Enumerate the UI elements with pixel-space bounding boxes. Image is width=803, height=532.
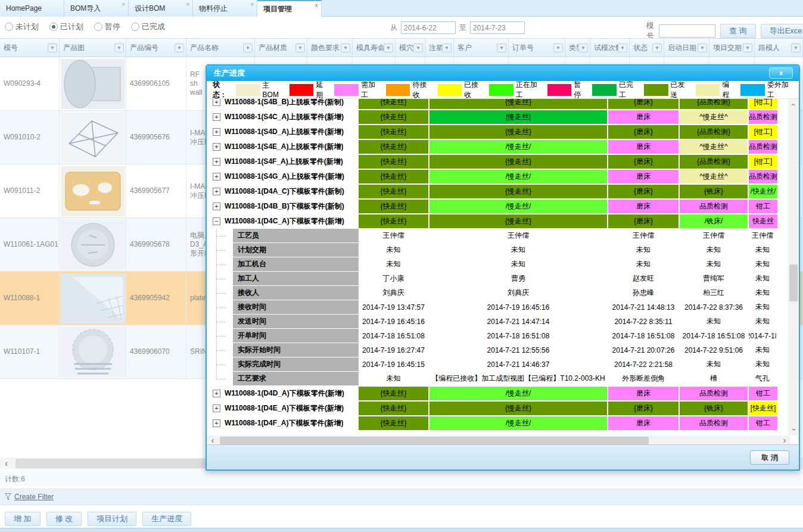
column-filter-icon[interactable]: ▼ bbox=[578, 43, 588, 52]
process-cell[interactable]: {磨床} bbox=[608, 185, 678, 198]
expand-icon[interactable]: + bbox=[213, 99, 220, 106]
tree-row[interactable]: +W110088-1(S4B_B)上脱板零件(新制){快走丝}{慢走丝}{磨床}… bbox=[209, 99, 777, 110]
process-cell[interactable]: /快走丝/ bbox=[749, 185, 777, 198]
process-cell[interactable]: {品质检测} bbox=[680, 125, 748, 139]
close-icon[interactable]: x bbox=[769, 67, 793, 79]
process-cell[interactable]: {慢走丝} bbox=[429, 214, 607, 228]
expand-icon[interactable]: + bbox=[213, 188, 220, 195]
column-filter-icon[interactable]: ▼ bbox=[114, 43, 124, 52]
process-cell[interactable]: 磨床 bbox=[608, 387, 678, 400]
process-cell[interactable]: {快走丝} bbox=[359, 214, 428, 228]
process-cell[interactable]: {磨床} bbox=[608, 402, 678, 415]
column-filter-icon[interactable]: ▼ bbox=[413, 43, 423, 52]
process-cell[interactable]: 品质检测 bbox=[680, 200, 748, 213]
scrollbar-thumb[interactable] bbox=[220, 437, 649, 444]
create-filter-link[interactable]: Create Filter bbox=[14, 493, 54, 501]
radio-circle-icon[interactable] bbox=[131, 23, 139, 31]
tab-设计BOM[interactable]: 设计BOM× bbox=[129, 0, 193, 17]
action-button-生产进度[interactable]: 生产进度 bbox=[142, 512, 191, 526]
process-cell[interactable]: {品质检测} bbox=[680, 99, 748, 109]
process-cell[interactable]: {磨床} bbox=[608, 214, 678, 228]
process-cell[interactable]: {快走丝} bbox=[359, 110, 428, 124]
to-date-input[interactable] bbox=[470, 21, 525, 34]
process-cell[interactable]: 品质检测 bbox=[680, 387, 748, 400]
tab-HomePage[interactable]: HomePage bbox=[0, 0, 64, 17]
process-cell[interactable]: [钳工] bbox=[749, 155, 777, 169]
tree-row[interactable]: +W110088-1(D4A_C)下模板零件(新制){快走丝}{慢走丝}{磨床}… bbox=[209, 184, 777, 199]
radio-已完成[interactable]: 已完成 bbox=[131, 21, 165, 32]
tab-close-icon[interactable]: × bbox=[250, 2, 254, 8]
expand-icon[interactable]: + bbox=[213, 419, 220, 427]
export-excel-button[interactable]: 导出Exce bbox=[761, 24, 803, 38]
column-filter-icon[interactable]: ▼ bbox=[618, 43, 627, 52]
process-cell[interactable]: 磨床 bbox=[608, 200, 678, 213]
process-cell[interactable]: {铣床} bbox=[680, 402, 748, 415]
process-cell[interactable]: 品质检测 bbox=[749, 110, 777, 124]
process-cell[interactable]: {磨床} bbox=[608, 155, 678, 169]
process-cell[interactable]: {快走丝} bbox=[359, 387, 428, 400]
tree-row[interactable]: +W110088-1(D4D_A)下模板零件(新增){快走丝}/慢走丝/磨床品质… bbox=[209, 386, 777, 401]
process-cell[interactable]: 磨床 bbox=[608, 110, 678, 124]
process-cell[interactable]: {快走丝} bbox=[359, 200, 428, 213]
scroll-left-icon[interactable]: ‹ bbox=[5, 458, 8, 469]
process-cell[interactable]: {磨床} bbox=[608, 99, 678, 109]
process-cell[interactable]: {慢走丝} bbox=[429, 185, 607, 198]
tree-row[interactable]: +W110088-1(S4F_A)上脱板零件(新增){快走丝}{慢走丝}{磨床}… bbox=[209, 154, 777, 169]
process-cell[interactable]: 磨床 bbox=[608, 140, 678, 154]
expand-icon[interactable]: + bbox=[213, 390, 220, 397]
process-cell[interactable]: {磨床} bbox=[608, 125, 678, 139]
process-cell[interactable]: {快走丝} bbox=[359, 185, 428, 198]
process-cell[interactable]: [钳工] bbox=[749, 125, 777, 139]
tree-row[interactable]: +W110088-1(S4G_A)上脱板零件(新增){快走丝}/慢走丝/磨床^慢… bbox=[209, 169, 777, 184]
process-cell[interactable]: /慢走丝/ bbox=[429, 387, 607, 400]
process-cell[interactable]: 品质检测 bbox=[749, 140, 777, 154]
mold-number-input[interactable] bbox=[659, 24, 715, 38]
tree-row[interactable]: +W110088-1(D4F_A)下模板零件(新增){快走丝}/慢走丝/磨床品质… bbox=[209, 416, 777, 431]
tab-close-icon[interactable]: × bbox=[186, 2, 189, 8]
process-cell[interactable]: {快走丝} bbox=[359, 125, 428, 139]
process-cell[interactable]: 品质检测 bbox=[680, 416, 748, 430]
query-button[interactable]: 查 询 bbox=[720, 24, 756, 38]
radio-暂停[interactable]: 暂停 bbox=[94, 21, 120, 32]
process-cell[interactable]: {快走丝} bbox=[359, 140, 428, 154]
process-cell[interactable]: 快走丝 bbox=[749, 214, 777, 228]
process-cell[interactable]: {快走丝} bbox=[359, 99, 428, 109]
process-cell[interactable]: [快走丝] bbox=[749, 402, 777, 415]
tab-项目管理[interactable]: 项目管理× bbox=[257, 0, 322, 17]
column-filter-icon[interactable]: ▼ bbox=[48, 43, 57, 52]
modal-vertical-scrollbar[interactable]: ‹ ‹ bbox=[788, 99, 799, 435]
expand-icon[interactable]: + bbox=[213, 203, 220, 210]
expand-icon[interactable]: + bbox=[213, 113, 220, 121]
scroll-up-icon[interactable]: ‹ bbox=[788, 99, 799, 110]
process-cell[interactable]: 品质检测 bbox=[749, 170, 777, 183]
column-filter-icon[interactable]: ▼ bbox=[743, 43, 752, 52]
radio-未计划[interactable]: 未计划 bbox=[5, 21, 39, 32]
process-cell[interactable]: /慢走丝/ bbox=[429, 200, 607, 213]
process-cell[interactable]: {快走丝} bbox=[359, 170, 428, 183]
process-cell[interactable]: /铣床/ bbox=[680, 214, 748, 228]
column-filter-icon[interactable]: ▼ bbox=[384, 43, 393, 52]
action-button-修改[interactable]: 修 改 bbox=[46, 512, 82, 526]
process-cell[interactable]: {铣床} bbox=[680, 185, 748, 198]
cancel-button[interactable]: 取 消 bbox=[750, 450, 789, 465]
process-cell[interactable]: /慢走丝/ bbox=[429, 170, 607, 183]
process-cell[interactable]: {慢走丝} bbox=[429, 99, 607, 109]
column-filter-icon[interactable]: ▼ bbox=[497, 43, 506, 52]
process-cell[interactable]: {品质检测} bbox=[680, 155, 748, 169]
process-cell[interactable]: {快走丝} bbox=[359, 416, 428, 430]
process-cell[interactable]: {慢走丝} bbox=[429, 402, 607, 415]
collapse-icon[interactable]: − bbox=[213, 217, 220, 225]
radio-circle-icon[interactable] bbox=[49, 23, 58, 31]
process-cell[interactable]: |慢走丝| bbox=[429, 110, 607, 124]
column-filter-icon[interactable]: ▼ bbox=[442, 43, 452, 52]
process-cell[interactable]: {快走丝} bbox=[359, 155, 428, 169]
scrollbar-thumb[interactable] bbox=[789, 265, 798, 301]
process-cell[interactable]: {慢走丝} bbox=[429, 155, 607, 169]
column-filter-icon[interactable]: ▼ bbox=[698, 43, 707, 52]
expand-icon[interactable]: + bbox=[213, 158, 220, 166]
action-button-项目计划[interactable]: 项目计划 bbox=[88, 512, 136, 526]
process-cell[interactable]: /慢走丝/ bbox=[429, 140, 607, 154]
process-cell[interactable]: ^慢走丝^ bbox=[680, 110, 748, 124]
radio-已计划[interactable]: 已计划 bbox=[49, 21, 83, 32]
tree-row[interactable]: +W110088-1(S4C_A)上脱板零件(新增){快走丝}|慢走丝|磨床^慢… bbox=[209, 110, 777, 125]
